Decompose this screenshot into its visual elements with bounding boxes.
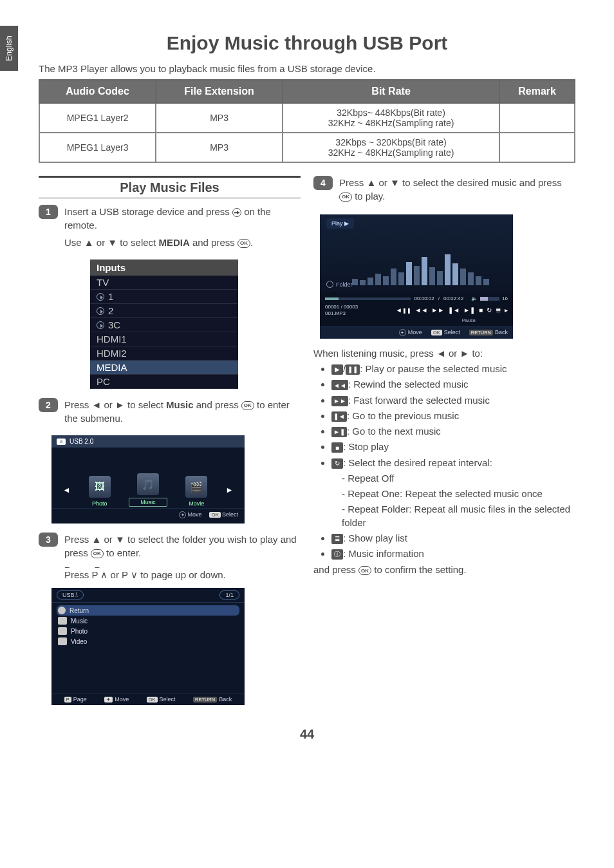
- inputs-menu-item[interactable]: PC: [90, 375, 238, 389]
- playlist-icon[interactable]: ≣: [496, 307, 501, 314]
- footer-move: ✦Move: [179, 511, 201, 518]
- footer-select: OKSelect: [209, 511, 238, 518]
- control-playlist: ≣: Show play list: [331, 532, 575, 545]
- folder-item-return[interactable]: Return: [57, 605, 239, 616]
- control-play-pause: ▶/❚❚: Play or pause the selected music: [331, 363, 575, 375]
- input-source-icon: [232, 208, 241, 217]
- return-key-icon: RETURN: [469, 330, 493, 335]
- media-nav-footer: ✦Move OKSelect: [51, 508, 245, 521]
- playlist-icon: ≣: [331, 534, 343, 544]
- rewind-icon: ◄◄: [331, 380, 348, 390]
- photo-icon: 🖼: [89, 476, 111, 498]
- ok-icon: OK: [339, 193, 352, 202]
- dpad-icon: ✦: [399, 329, 406, 336]
- repeat-icon[interactable]: ↻: [487, 307, 492, 314]
- time-total: 00:02:42: [443, 296, 463, 301]
- folder-item[interactable]: Video: [57, 636, 239, 646]
- track-meta: 00001 / 00003 001.MP3: [325, 304, 358, 316]
- inputs-menu-item[interactable]: HDMI1: [90, 332, 238, 346]
- fast-rewind-icon[interactable]: ◄◄: [415, 307, 428, 314]
- codec-cell: 32Kbps ~ 320Kbps(Bit rate) 32KHz ~ 48KHz…: [283, 133, 499, 162]
- pause-label: Pause: [325, 317, 508, 323]
- folder-list-panel: USB:\ 1/1 Return Music Photo Video PPage…: [51, 588, 245, 705]
- inputs-menu-item[interactable]: TV: [90, 276, 238, 290]
- nav-right-icon[interactable]: ►: [225, 486, 233, 495]
- input-source-icon: [97, 321, 104, 329]
- control-next: ►❚: Go to the next music: [331, 425, 575, 438]
- control-prev: ❚◄: Go to the previous music: [331, 410, 575, 422]
- music-player-panel: Play ▶ Folder 00:00:02 / 00:02:42 🔈16 00…: [320, 214, 513, 339]
- info-icon[interactable]: ▸: [505, 307, 508, 314]
- play-pause-icon: ▶: [331, 364, 343, 375]
- ok-key-icon: OK: [209, 512, 221, 518]
- time-elapsed: 00:00:02: [414, 296, 434, 301]
- volume-control[interactable]: 🔈16: [471, 296, 508, 301]
- fast-forward-icon[interactable]: ►►: [431, 307, 444, 314]
- confirm-text: and press OK to confirm the setting.: [313, 564, 575, 575]
- step-number: 2: [39, 398, 58, 412]
- media-tab-music[interactable]: 🎵 Music: [129, 473, 167, 507]
- codec-th-bitrate: Bit Rate: [283, 80, 499, 103]
- repeat-folder: Repeat Folder: Repeat all music files in…: [342, 503, 575, 529]
- control-repeat: ↻: Select the desired repeat interval: R…: [331, 457, 575, 529]
- media-tab-photo[interactable]: 🖼 Photo: [80, 476, 119, 507]
- movie-icon: 🎬: [185, 476, 207, 498]
- inputs-menu-item[interactable]: 3C: [90, 318, 238, 332]
- nav-left-icon[interactable]: ◄: [63, 486, 71, 495]
- progress-bar[interactable]: [325, 297, 411, 300]
- breadcrumb: USB:\: [57, 590, 84, 599]
- section-heading: Play Music Files: [39, 176, 301, 198]
- usb-label: USB 2.0: [70, 438, 93, 445]
- step4-line1: Press ▲ or ▼ to select the desired music…: [339, 176, 575, 203]
- page-number: 44: [39, 727, 575, 742]
- step-number: 4: [313, 176, 333, 190]
- codec-cell: MP3: [156, 133, 283, 162]
- step-number: 3: [39, 533, 58, 547]
- step-number: 1: [39, 205, 58, 219]
- step3-line1: Press ▲ or ▼ to select the folder you wi…: [64, 533, 301, 560]
- return-icon: [58, 607, 66, 614]
- ok-key-icon: OK: [147, 697, 158, 703]
- folder-list-footer: PPage ✦Move OKSelect RETURNBack: [51, 693, 245, 705]
- repeat-off: Repeat Off: [342, 472, 575, 485]
- input-source-icon: [97, 307, 104, 315]
- track-counter: 00001 / 00003: [325, 304, 358, 310]
- next-track-icon[interactable]: ►❚: [463, 307, 475, 314]
- repeat-one: Repeat One: Repeat the selected music on…: [342, 487, 575, 500]
- return-key-icon: RETURN: [193, 697, 217, 703]
- stop-icon[interactable]: ■: [479, 307, 483, 314]
- codec-cell: [499, 103, 575, 133]
- codec-row: MPEG1 Layer3 MP3 32Kbps ~ 320Kbps(Bit ra…: [39, 133, 575, 162]
- folder-item[interactable]: Photo: [57, 626, 239, 636]
- p-key-icon: P: [64, 697, 71, 703]
- fast-forward-icon: ►►: [331, 396, 348, 406]
- folder-item[interactable]: Music: [57, 616, 239, 626]
- music-icon: 🎵: [137, 473, 159, 495]
- media-nav-panel: ⎚ USB 2.0 ◄ 🖼 Photo 🎵 Music 🎬: [51, 435, 245, 524]
- control-info: ⓘ: Music information: [331, 547, 575, 560]
- inputs-menu-item[interactable]: 1: [90, 290, 238, 304]
- prev-track-icon[interactable]: ❚◄: [448, 307, 460, 314]
- inputs-menu-item-selected[interactable]: MEDIA: [90, 361, 238, 375]
- dpad-icon: ✦: [179, 511, 186, 518]
- equalizer-icon: [352, 240, 489, 285]
- codec-th-codec: Audio Codec: [39, 80, 156, 103]
- codec-cell: MPEG1 Layer3: [39, 133, 156, 162]
- step2-line1: Press ◄ or ► to select Music and press O…: [64, 398, 301, 425]
- step1-line1: Insert a USB storage device and press on…: [64, 205, 301, 232]
- inputs-menu-item[interactable]: 2: [90, 304, 238, 318]
- ok-icon: OK: [91, 549, 104, 558]
- inputs-menu-title: Inputs: [90, 259, 238, 276]
- track-file: 001.MP3: [325, 310, 358, 317]
- folder-icon: [58, 617, 67, 625]
- rewind-icon[interactable]: ◄❚❚: [396, 307, 411, 314]
- folder-icon: [58, 637, 67, 645]
- volume-bar[interactable]: [480, 297, 499, 301]
- time-bar[interactable]: 00:00:02 / 00:02:42 🔈16: [325, 296, 508, 301]
- ok-key-icon: OK: [431, 330, 442, 335]
- inputs-menu-item[interactable]: HDMI2: [90, 346, 238, 361]
- usb-icon: ⎚: [57, 439, 66, 445]
- ok-icon: OK: [237, 239, 250, 248]
- media-tab-movie[interactable]: 🎬 Movie: [177, 476, 216, 507]
- speaker-icon: 🔈: [471, 296, 478, 301]
